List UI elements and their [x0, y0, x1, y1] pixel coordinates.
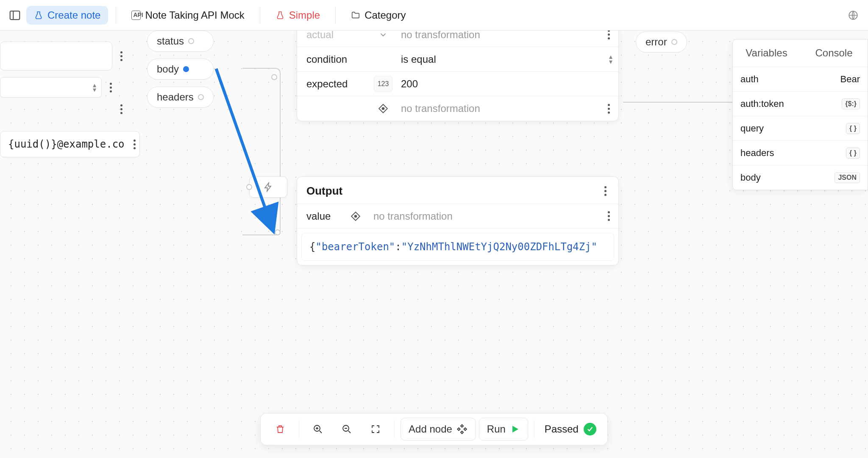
port-dot[interactable]: [271, 74, 277, 80]
port-dot[interactable]: [188, 38, 194, 44]
variable-row-body[interactable]: body JSON: [733, 165, 868, 190]
port-dot[interactable]: [183, 66, 189, 72]
left-panel-fragment: ▴▾ {uuid()}@example.co: [0, 42, 138, 164]
output-panel: Output value no transformation {"bearerT…: [297, 176, 619, 265]
tab-label: Create note: [47, 9, 100, 21]
bottom-toolbar: Add node Run Passed: [260, 413, 608, 445]
var-badge: { }: [846, 148, 860, 159]
panel-header: Output: [297, 177, 618, 204]
run-button[interactable]: Run: [479, 418, 528, 441]
more-icon[interactable]: [117, 51, 125, 61]
output-row-value: value no transformation: [297, 204, 618, 229]
output-port-status[interactable]: status: [147, 31, 214, 52]
variable-row-auth[interactable]: auth Bear: [733, 67, 868, 92]
assertion-row-condition: condition is equal ▴▾: [297, 47, 618, 72]
button-label: Run: [487, 423, 506, 435]
fit-view-button[interactable]: [363, 419, 388, 439]
api-icon: API: [131, 11, 141, 20]
assertion-panel: actual no transformation condition is eq…: [297, 22, 619, 121]
svg-rect-11: [457, 428, 460, 430]
variable-row-headers[interactable]: headers { }: [733, 141, 868, 165]
port-label: status: [157, 35, 184, 47]
chevron-down-icon[interactable]: [378, 30, 388, 39]
more-icon[interactable]: [605, 30, 612, 39]
more-icon[interactable]: [117, 104, 125, 114]
separator: [299, 420, 299, 438]
port-dot[interactable]: [246, 184, 252, 190]
separator: [260, 7, 260, 24]
tab-label: Note Taking API Mock: [145, 9, 244, 21]
run-status: Passed: [540, 423, 601, 436]
tab-label: Simple: [289, 9, 320, 21]
uuid-node[interactable]: {uuid()}@example.co: [0, 131, 140, 157]
transform-node[interactable]: [249, 176, 287, 198]
type-badge: 123: [374, 76, 392, 92]
tab-simple[interactable]: Simple: [268, 6, 328, 25]
json-value: "YzNhMThlNWEtYjQ2Ny00ZDFhLTg4Zj": [401, 241, 597, 253]
select-stub[interactable]: ▴▾: [0, 77, 102, 98]
diamond-icon[interactable]: [350, 210, 362, 222]
top-bar: Create note API Note Taking API Mock Sim…: [0, 0, 868, 31]
row-value[interactable]: no transformation: [367, 210, 601, 222]
row-label: condition: [297, 53, 371, 65]
output-code[interactable]: {"bearerToken":"YzNhMThlNWEtYjQ2Ny00ZDFh…: [301, 233, 614, 261]
panel-toggle-icon[interactable]: [8, 9, 21, 22]
delete-button[interactable]: [267, 419, 293, 439]
tab-label: Category: [364, 9, 406, 21]
var-badge: { }: [846, 123, 860, 134]
svg-rect-9: [461, 424, 463, 427]
svg-rect-10: [461, 431, 463, 434]
port-dot[interactable]: [671, 39, 677, 45]
separator: [335, 7, 336, 24]
row-label: value: [297, 210, 344, 222]
row-value[interactable]: no transformation: [395, 103, 601, 114]
port-label: headers: [157, 91, 194, 103]
node-stub[interactable]: [0, 42, 112, 70]
zoom-in-button[interactable]: [305, 419, 331, 439]
diamond-icon[interactable]: [377, 103, 389, 114]
status-label: Passed: [545, 423, 579, 435]
uuid-text: {uuid()}@example.co: [8, 138, 125, 150]
inspector-panel: Variables Console auth Bear auth:token {…: [732, 39, 868, 190]
button-label: Add node: [409, 423, 452, 435]
tab-console[interactable]: Console: [800, 39, 868, 67]
more-icon[interactable]: [605, 104, 612, 114]
tab-create-note[interactable]: Create note: [26, 6, 108, 25]
svg-rect-0: [10, 11, 20, 20]
variable-row-auth-token[interactable]: auth:token {$:}: [733, 92, 868, 116]
var-label: auth: [740, 74, 759, 85]
row-label: expected: [297, 78, 371, 90]
output-port-body[interactable]: body: [147, 59, 214, 80]
var-badge: {$:}: [842, 98, 860, 109]
more-icon[interactable]: [107, 83, 114, 92]
tab-variables[interactable]: Variables: [733, 39, 800, 67]
var-label: auth:token: [740, 98, 784, 109]
output-port-error[interactable]: error: [636, 31, 687, 53]
row-value[interactable]: is equal: [395, 53, 601, 65]
inspector-tabs: Variables Console: [733, 39, 868, 67]
more-icon[interactable]: [131, 140, 138, 149]
port-label: error: [645, 36, 667, 48]
variable-row-query[interactable]: query { }: [733, 116, 868, 141]
var-label: headers: [740, 148, 774, 159]
svg-rect-12: [464, 428, 466, 430]
var-badge: JSON: [835, 172, 860, 183]
row-value[interactable]: 200: [395, 78, 601, 90]
dropdown-caret-icon[interactable]: ▴▾: [609, 54, 612, 64]
json-key: "bearerToken": [315, 241, 395, 253]
port-dot[interactable]: [198, 94, 204, 100]
separator: [534, 420, 534, 438]
tab-category[interactable]: Category: [343, 6, 413, 25]
output-port-headers[interactable]: headers: [147, 87, 214, 108]
port-label: body: [157, 63, 179, 75]
separator: [394, 420, 395, 438]
tab-api-mock[interactable]: API Note Taking API Mock: [124, 6, 252, 25]
add-node-button[interactable]: Add node: [401, 418, 476, 441]
more-icon[interactable]: [605, 211, 612, 221]
zoom-out-button[interactable]: [334, 419, 359, 439]
svg-point-3: [382, 108, 384, 110]
connector-line: [623, 102, 737, 103]
globe-icon[interactable]: [847, 9, 860, 22]
more-icon[interactable]: [601, 186, 609, 196]
port-dot[interactable]: [275, 229, 281, 235]
